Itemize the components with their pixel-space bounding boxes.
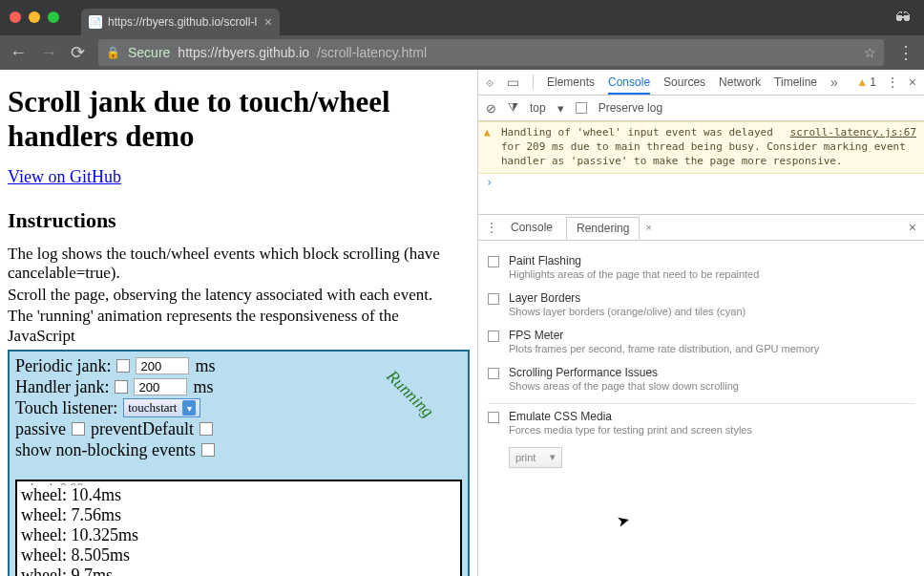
minimize-window-icon[interactable] (29, 11, 40, 23)
emulate-media-checkbox[interactable] (488, 412, 499, 423)
option-title: Scrolling Performance Issues (509, 366, 739, 379)
tab-console[interactable]: Console (608, 70, 650, 95)
preventdefault-checkbox[interactable] (200, 422, 213, 436)
maximize-window-icon[interactable] (48, 11, 59, 23)
tab-elements[interactable]: Elements (547, 70, 595, 95)
clear-console-icon[interactable]: ⊘ (486, 101, 496, 116)
preserve-log-label: Preserve log (598, 101, 662, 115)
ms-label: ms (195, 356, 215, 376)
warning-count-badge[interactable]: ▲1 (856, 75, 876, 89)
drawer-close-icon[interactable]: × (909, 220, 916, 235)
option-fps-meter: FPS Meter Plots frames per second, frame… (488, 329, 914, 354)
touch-listener-select[interactable]: touchstart ▾ (123, 398, 200, 417)
reload-icon[interactable]: ⟳ (71, 42, 85, 63)
window-titlebar: 📄 https://rbyers.github.io/scroll-l × 🕶 (0, 0, 924, 35)
bookmark-star-icon[interactable]: ☆ (864, 45, 876, 60)
inspect-icon[interactable]: ⟐ (486, 75, 494, 90)
tab-network[interactable]: Network (719, 70, 761, 95)
console-toolbar: ⊘ ⧩ top ▾ Preserve log (478, 96, 924, 121)
lock-icon: 🔒 (106, 46, 120, 59)
media-type-value: print (515, 452, 536, 463)
instructions-p1: The log shows the touch/wheel events whi… (8, 245, 470, 284)
url-host: https://rbyers.github.io (178, 45, 309, 60)
fps-meter-checkbox[interactable] (488, 331, 499, 342)
drawer-tabbar: ⋮ Console Rendering × × (478, 214, 924, 241)
option-sub: Highlights areas of the page that need t… (509, 268, 759, 280)
log-line: wheel: 10.325ms (21, 525, 456, 545)
secure-label: Secure (128, 45, 170, 60)
devtools-menu-icon[interactable]: ⋮ (886, 75, 899, 90)
instructions-heading: Instructions (8, 208, 470, 233)
scrolling-perf-checkbox[interactable] (488, 368, 499, 379)
preserve-log-checkbox[interactable] (576, 102, 587, 114)
console-messages: ▲ scroll-latency.js:67 Handling of 'whee… (478, 121, 924, 191)
devtools-panel: ⟐ ▭ Elements Console Sources Network Tim… (477, 70, 924, 576)
drawer-tab-console[interactable]: Console (501, 217, 562, 238)
log-line: wheel: 7.56ms (21, 505, 456, 525)
console-prompt[interactable]: › (478, 174, 924, 191)
browser-menu-icon[interactable]: ⋮ (897, 42, 914, 63)
paint-flashing-checkbox[interactable] (488, 256, 499, 267)
show-nonblocking-label: show non-blocking events (15, 440, 196, 460)
option-layer-borders: Layer Borders Shows layer borders (orang… (488, 291, 914, 317)
handler-label: Handler jank: (15, 377, 109, 397)
handler-checkbox[interactable] (115, 380, 128, 394)
preventdefault-label: preventDefault (91, 419, 194, 439)
warning-triangle-icon: ▲ (856, 75, 868, 89)
devtools-close-icon[interactable]: × (909, 75, 916, 90)
warning-source-link[interactable]: scroll-latency.js:67 (790, 126, 916, 140)
tab-title: https://rbyers.github.io/scroll-l (108, 15, 257, 29)
media-type-select[interactable]: print ▾ (509, 447, 562, 468)
more-tabs-icon[interactable]: » (830, 75, 838, 90)
option-title: Emulate CSS Media (509, 410, 752, 423)
devtools-tabbar: ⟐ ▭ Elements Console Sources Network Tim… (478, 70, 924, 96)
context-selector[interactable]: top (530, 101, 546, 115)
traffic-lights (10, 11, 59, 23)
level-dropdown-icon[interactable]: ▾ (557, 101, 564, 116)
log-line: wheel: 8.505ms (21, 545, 456, 565)
instructions-p2: Scroll the page, observing the latency a… (8, 286, 470, 305)
back-icon[interactable]: ← (10, 43, 27, 63)
drawer-tab-rendering[interactable]: Rendering (566, 217, 640, 240)
console-warning[interactable]: ▲ scroll-latency.js:67 Handling of 'whee… (478, 121, 924, 174)
incognito-icon: 🕶 (895, 10, 911, 27)
url-path: /scroll-latency.html (317, 45, 427, 60)
close-window-icon[interactable] (10, 11, 21, 23)
browser-tab[interactable]: 📄 https://rbyers.github.io/scroll-l × (81, 9, 280, 35)
drawer-menu-icon[interactable]: ⋮ (486, 221, 497, 234)
ms-label-2: ms (193, 377, 213, 397)
github-link[interactable]: View on GitHub (8, 167, 121, 186)
favicon-icon: 📄 (89, 15, 102, 29)
filter-icon[interactable]: ⧩ (508, 100, 518, 116)
device-toggle-icon[interactable]: ▭ (507, 75, 519, 90)
chevron-down-icon: ▾ (550, 451, 556, 463)
demo-panel: Periodic jank: ms Handler jank: ms Touch… (8, 350, 470, 576)
option-sub: Shows layer borders (orange/olive) and t… (509, 306, 746, 317)
event-log[interactable]: wheel: 0.00ms wheel: 10.4ms wheel: 7.56m… (15, 480, 462, 576)
option-title: Paint Flashing (509, 254, 759, 267)
close-tab-icon[interactable]: × (264, 14, 272, 30)
layer-borders-checkbox[interactable] (488, 293, 499, 305)
option-paint-flashing: Paint Flashing Highlights areas of the p… (488, 254, 914, 280)
handler-input[interactable] (134, 378, 187, 395)
passive-label: passive (15, 419, 66, 439)
periodic-label: Periodic jank: (15, 356, 111, 376)
tab-timeline[interactable]: Timeline (774, 70, 817, 95)
rendering-panel: Paint Flashing Highlights areas of the p… (478, 241, 924, 576)
periodic-checkbox[interactable] (116, 359, 130, 373)
instructions-p3: The 'running' animation represents the r… (8, 307, 470, 346)
passive-checkbox[interactable] (72, 422, 85, 436)
address-bar[interactable]: 🔒 Secure https://rbyers.github.io/scroll… (98, 39, 884, 66)
tab-sources[interactable]: Sources (663, 70, 705, 95)
option-sub: Plots frames per second, frame rate dist… (509, 343, 819, 354)
option-emulate-media: Emulate CSS Media Forces media type for … (488, 410, 914, 436)
option-title: Layer Borders (509, 291, 746, 305)
touch-listener-value: touchstart (128, 400, 177, 416)
page-title: Scroll jank due to touch/wheel handlers … (8, 85, 470, 154)
log-line: wheel: 9.7ms (21, 565, 456, 576)
periodic-input[interactable] (136, 357, 189, 374)
show-nonblocking-checkbox[interactable] (201, 443, 215, 457)
warning-triangle-icon: ▲ (484, 126, 491, 140)
log-line: wheel: 10.4ms (21, 485, 456, 505)
option-title: FPS Meter (509, 329, 819, 342)
